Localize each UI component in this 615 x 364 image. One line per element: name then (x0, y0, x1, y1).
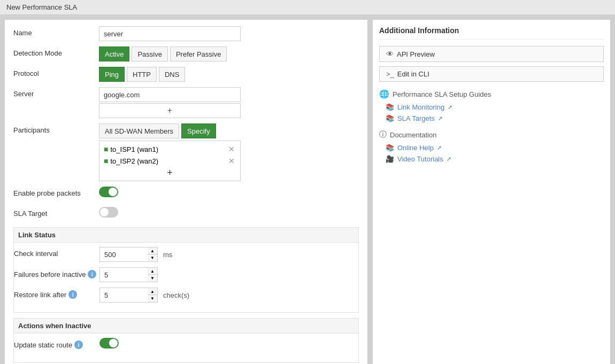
remove-participant-1-btn[interactable]: ✕ (227, 145, 236, 153)
sla-targets-row: 📚 SLA Targets ➚ (379, 114, 604, 122)
server-label: Server (13, 87, 99, 98)
participant-row-1: ■ to_ISP1 (wan1) ✕ (102, 143, 238, 155)
participant-icon-1: ■ (104, 145, 108, 153)
check-interval-input[interactable] (99, 247, 148, 262)
detection-mode-passive-btn[interactable]: Passive (132, 47, 168, 61)
check-interval-spinner: ▲ ▼ (148, 247, 158, 262)
restore-down-btn[interactable]: ▼ (148, 295, 157, 302)
add-participant-row: + (102, 167, 238, 179)
video-tutorials-link[interactable]: Video Tutorials (397, 155, 443, 163)
check-interval-unit: ms (160, 248, 175, 261)
video-icon: 🎥 (386, 155, 394, 163)
online-help-row: 📚 Online Help ➚ (379, 144, 604, 152)
plus-icon: + (167, 106, 172, 115)
api-preview-btn[interactable]: 👁 API Preview (379, 46, 604, 62)
failures-spinner: ▲ ▼ (148, 267, 158, 282)
update-static-info-icon[interactable]: i (74, 340, 83, 349)
failures-input[interactable] (99, 267, 148, 282)
link-status-section: Link Status Check interval ▲ ▼ (13, 227, 359, 313)
failures-up-btn[interactable]: ▲ (148, 268, 157, 275)
sla-target-toggle[interactable] (99, 207, 118, 218)
actions-section: Actions when Inactive Update static rout… (13, 318, 359, 363)
edit-cli-btn[interactable]: >_ Edit in CLI (379, 66, 604, 82)
question-icon: ⓘ (379, 130, 387, 140)
participants-label: Participants (13, 123, 99, 134)
failures-down-btn[interactable]: ▼ (148, 275, 157, 282)
external-link-icon-2: ➚ (438, 115, 443, 122)
cli-icon: >_ (386, 70, 394, 78)
documentation-title: ⓘ Documentation (379, 130, 604, 140)
protocol-label: Protocol (13, 67, 99, 78)
actions-title: Actions when Inactive (14, 319, 358, 334)
participants-box: ■ to_ISP1 (wan1) ✕ ■ to_ISP2 (wan2) ✕ (99, 141, 241, 181)
restore-up-btn[interactable]: ▲ (148, 288, 157, 295)
link-monitoring-link[interactable]: Link Monitoring (397, 103, 444, 111)
failures-label: Failures before inactive i (14, 267, 99, 278)
enable-probe-toggle[interactable] (99, 187, 118, 197)
detection-mode-active-btn[interactable]: Active (99, 47, 129, 61)
external-link-icon-1: ➚ (448, 104, 452, 111)
name-label: Name (13, 26, 99, 37)
protocol-ping-btn[interactable]: Ping (99, 67, 125, 82)
restore-input[interactable] (99, 288, 148, 303)
name-input[interactable] (99, 26, 241, 41)
book-icon-1: 📚 (386, 103, 394, 111)
check-interval-up-btn[interactable]: ▲ (148, 247, 157, 254)
remove-participant-2-btn[interactable]: ✕ (227, 157, 236, 165)
book-icon-3: 📚 (386, 144, 394, 152)
window-title: New Performance SLA (6, 3, 77, 11)
detection-mode-prefer-passive-btn[interactable]: Prefer Passive (170, 47, 227, 61)
update-static-label: Update static route i (14, 338, 99, 349)
participant-icon-2: ■ (104, 157, 108, 165)
sla-target-label: SLA Target (13, 207, 99, 218)
sla-targets-link[interactable]: SLA Targets (397, 114, 435, 122)
protocol-dns-btn[interactable]: DNS (159, 67, 185, 82)
link-status-title: Link Status (14, 228, 358, 243)
participant-name-2: to_ISP2 (wan2) (110, 157, 158, 165)
failures-info-icon[interactable]: i (88, 270, 96, 278)
external-link-icon-3: ➚ (437, 144, 442, 151)
detection-mode-label: Detection Mode (13, 47, 99, 57)
all-sdwan-members-btn[interactable]: All SD-WAN Members (99, 123, 179, 138)
right-panel-title: Additional Information (379, 26, 604, 40)
server-input[interactable] (99, 87, 241, 102)
add-participant-btn[interactable]: + (167, 168, 173, 177)
video-tutorials-row: 🎥 Video Tutorials ➚ (379, 155, 604, 163)
eye-icon: 👁 (386, 50, 394, 58)
setup-guides-group: 🌐 Performance SLA Setup Guides 📚 Link Mo… (379, 89, 604, 122)
specify-btn[interactable]: Specify (181, 123, 216, 138)
participant-row-2: ■ to_ISP2 (wan2) ✕ (102, 155, 238, 167)
globe-icon: 🌐 (379, 89, 389, 99)
link-monitoring-row: 📚 Link Monitoring ➚ (379, 103, 604, 111)
online-help-link[interactable]: Online Help (397, 144, 434, 152)
check-interval-label: Check interval (14, 247, 99, 258)
check-interval-down-btn[interactable]: ▼ (148, 254, 157, 261)
enable-probe-label: Enable probe packets (13, 187, 99, 197)
restore-info-icon[interactable]: i (68, 290, 77, 299)
restore-spinner: ▲ ▼ (148, 288, 158, 303)
participant-name-1: to_ISP1 (wan1) (110, 145, 158, 153)
documentation-group: ⓘ Documentation 📚 Online Help ➚ 🎥 Video … (379, 130, 604, 163)
update-static-toggle[interactable] (99, 338, 119, 348)
restore-unit: check(s) (160, 289, 193, 302)
right-panel: Additional Information 👁 API Preview >_ … (372, 19, 611, 364)
setup-guides-title: 🌐 Performance SLA Setup Guides (379, 89, 604, 99)
restore-label: Restore link after i (14, 288, 99, 299)
add-server-row[interactable]: + (99, 103, 241, 118)
protocol-http-btn[interactable]: HTTP (127, 67, 157, 82)
external-link-icon-4: ➚ (447, 156, 451, 162)
book-icon-2: 📚 (386, 114, 394, 122)
